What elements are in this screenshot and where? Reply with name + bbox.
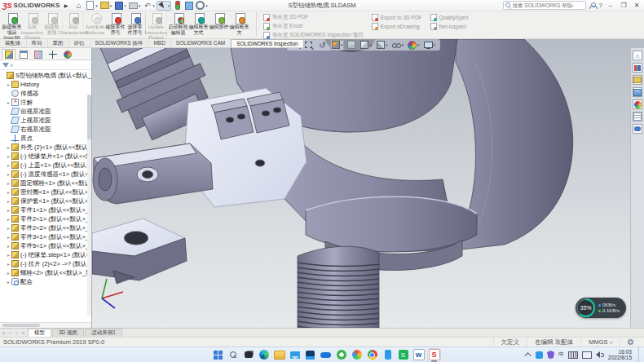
- dropdown-arrow-icon[interactable]: ▾: [370, 42, 373, 47]
- search-dropdown-icon[interactable]: ▾: [571, 3, 574, 8]
- quicktool-save-button[interactable]: ▾: [113, 1, 127, 11]
- minimize-button[interactable]: –: [606, 2, 615, 9]
- doc-tab-nav-arrow[interactable]: «: [1, 330, 7, 335]
- hud-prev-view-button[interactable]: ▾: [317, 40, 328, 51]
- taskbar-solidworks-button[interactable]: [427, 348, 441, 362]
- taskpane-view-palette-icon[interactable]: [633, 87, 642, 97]
- doc-tab-nav-arrow[interactable]: ‹: [7, 330, 13, 335]
- taskbar-browser360-button[interactable]: [350, 348, 364, 362]
- tree-item-part[interactable]: ▸ 密封圈<1> (默认<<默认>_显示状态: [1, 188, 91, 196]
- expand-arrow-icon[interactable]: ▸: [6, 190, 11, 195]
- ribbon-select-balloon-button[interactable]: 选择零件序号: [126, 12, 146, 35]
- tab-item[interactable]: 草图: [48, 39, 69, 47]
- ribbon-add-char-button[interactable]: Add Characteristic: [64, 12, 84, 35]
- export-qx-button[interactable]: QualityXpert: [430, 14, 469, 21]
- tab-item[interactable]: SOLIDWORKS Inspection: [231, 39, 304, 47]
- taskbar-explorer-button[interactable]: [272, 348, 286, 362]
- taskbar-mail-button[interactable]: [288, 348, 302, 362]
- tree-item-part[interactable]: ▸ 零件1<1> (默认<<默认>_显示状态: [1, 205, 91, 214]
- shield-icon[interactable]: [547, 351, 554, 359]
- tree-item-part[interactable]: ▸ (-) 绝缘垫片<1> (默认<<默认>_显: [1, 152, 91, 161]
- export-pdf3d-button[interactable]: Export to 3D PDF: [372, 14, 422, 21]
- hud-appearance-button[interactable]: ▾: [407, 40, 421, 51]
- restore-button[interactable]: ❐: [619, 2, 629, 9]
- taskbar-start-button[interactable]: [210, 348, 224, 362]
- dropdown-arrow-icon[interactable]: ▾: [434, 42, 436, 47]
- tree-item-part[interactable]: ▸ 固定螺栓<1> (默认<<默认>_显示状: [1, 179, 91, 188]
- expand-arrow-icon[interactable]: ▸: [6, 271, 11, 276]
- tree-item-plane[interactable]: 前视基准面: [1, 107, 91, 116]
- dropdown-arrow-icon[interactable]: ▾: [124, 3, 126, 8]
- ribbon-edit-method-button[interactable]: 编辑检查方式: [188, 12, 209, 35]
- expand-arrow-icon[interactable]: ▸: [6, 253, 11, 258]
- filter-dropdown-icon[interactable]: ▾: [11, 63, 13, 68]
- panel-tab-feature[interactable]: [2, 49, 15, 60]
- keyboard-icon[interactable]: [568, 351, 578, 359]
- hud-orient-button[interactable]: ▾: [359, 40, 373, 51]
- dropdown-arrow-icon[interactable]: ▾: [168, 3, 170, 8]
- ribbon-remove-balloon-button[interactable]: 移除零件序号: [105, 12, 126, 35]
- expand-arrow-icon[interactable]: ▸: [6, 82, 11, 87]
- taskbar-wps-button[interactable]: [412, 348, 426, 362]
- show-desktop-button[interactable]: [638, 347, 641, 362]
- expand-arrow-icon[interactable]: ▸: [6, 163, 11, 168]
- hud-zoom-area-button[interactable]: ▾: [304, 40, 315, 51]
- hud-annot-button[interactable]: ▾: [346, 40, 357, 51]
- tree-item-part[interactable]: ▸ (-) 温度传感器<1> (默认<<默认>_: [1, 170, 91, 179]
- taskbar-chrome-button[interactable]: [365, 348, 379, 362]
- tree-item-part[interactable]: ▸ 零件2<1> (默认<<默认>_显示状态: [1, 214, 91, 223]
- tree-item-sensors[interactable]: 传感器: [1, 89, 91, 98]
- quicktool-select-button[interactable]: ▾: [157, 1, 172, 11]
- tree-item-folder-history[interactable]: ▸ History: [1, 80, 91, 89]
- taskbar-antivirus-button[interactable]: [334, 348, 348, 362]
- taskbar-edge-button[interactable]: [257, 348, 271, 362]
- taskbar-phone-button[interactable]: [381, 348, 395, 362]
- tree-item-part[interactable]: ▸ 零件5<1> (默认<<默认>_显示状态: [1, 241, 91, 250]
- expand-arrow-icon[interactable]: ▸: [6, 262, 11, 267]
- export-pdf2d-button[interactable]: 导出至 2D PDF: [263, 14, 364, 21]
- hud-display-style-button[interactable]: ▾: [375, 40, 389, 51]
- dropdown-arrow-icon[interactable]: ▾: [341, 42, 343, 47]
- panel-tab-props[interactable]: [16, 49, 30, 60]
- tree-item-part[interactable]: ▸ 保护套<1> (默认<<默认>_显示状: [1, 196, 91, 205]
- hud-scene-button[interactable]: ▾: [423, 40, 437, 51]
- taskpane-resources-icon[interactable]: [633, 51, 642, 60]
- quicktool-home-button[interactable]: ▾: [73, 1, 84, 11]
- expand-arrow-icon[interactable]: ▸: [6, 226, 11, 231]
- tree-item-part[interactable]: ▸ 零件3<1> (默认<<默认>_显示状态: [1, 232, 91, 241]
- taskpane-appearances-icon[interactable]: [633, 99, 642, 109]
- taskbar-search-button[interactable]: [226, 348, 240, 362]
- taskpane-forum-icon[interactable]: [633, 124, 642, 134]
- taskpane-file-explorer-icon[interactable]: [633, 75, 642, 85]
- doc-tab-nav-arrow[interactable]: ›: [14, 330, 20, 335]
- taskpane-design-library-icon[interactable]: [633, 63, 642, 73]
- tree-vertical-scrollbar[interactable]: [87, 95, 91, 316]
- ribbon-balloons-button[interactable]: Add/Edit Balloons: [85, 12, 105, 35]
- tree-item-part[interactable]: ▸ 外壳 (2)<1> (默认<<默认>_显示状: [1, 143, 91, 152]
- search-input[interactable]: [513, 2, 571, 8]
- ribbon-edit-project-button[interactable]: Edit Inspection Project: [22, 12, 42, 41]
- clock[interactable]: 16:03 2022/8/15: [608, 349, 632, 360]
- dropdown-arrow-icon[interactable]: ▾: [110, 3, 112, 8]
- expand-arrow-icon[interactable]: ▸: [6, 244, 11, 249]
- taskbar-messenger-button[interactable]: [396, 348, 410, 362]
- tree-item-annotations[interactable]: ▸ 注解: [1, 98, 91, 107]
- export-edrw-button[interactable]: Export eDrawing: [372, 23, 422, 30]
- tab-item[interactable]: 布局: [27, 39, 48, 47]
- help-search-box[interactable]: ▾: [503, 1, 586, 10]
- tree-horizontal-scrollbar[interactable]: [0, 322, 91, 328]
- dropdown-arrow-icon[interactable]: ▾: [402, 42, 404, 47]
- doc-tab-nav-arrow[interactable]: »: [20, 330, 26, 335]
- quicktool-open-button[interactable]: ▾: [99, 1, 113, 11]
- tray-app-icon[interactable]: [536, 351, 543, 359]
- tree-item-origin[interactable]: 原点: [1, 134, 91, 143]
- menu-expand-icon[interactable]: ▶: [64, 2, 68, 8]
- expand-arrow-icon[interactable]: ▸: [6, 280, 11, 285]
- tab-item[interactable]: SOLIDWORKS CAM: [171, 39, 231, 47]
- tree-item-part[interactable]: ▸ (-) 绝缘垫.step<1> (默认<<默认>: [1, 250, 91, 259]
- dropdown-arrow-icon[interactable]: ▾: [95, 3, 98, 8]
- quicktool-new-button[interactable]: ▾: [85, 1, 99, 11]
- close-button[interactable]: ✕: [632, 2, 642, 9]
- export-swi-button[interactable]: 导出至 SOLIDWORKS Inspection 项目: [263, 32, 364, 39]
- tab-item[interactable]: SOLIDWORKS 插件: [90, 39, 149, 47]
